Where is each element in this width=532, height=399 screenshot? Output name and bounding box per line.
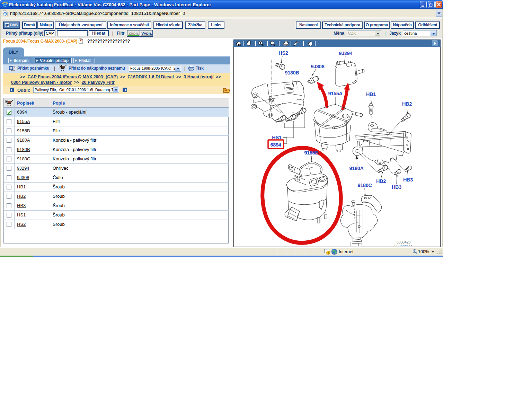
svg-text:9180B: 9180B	[285, 70, 299, 76]
svg-text:9155A: 9155A	[328, 91, 343, 96]
svg-text:9J308: 9J308	[311, 64, 325, 69]
svg-text:HB2: HB2	[376, 178, 386, 184]
svg-text:HS2: HS2	[278, 50, 288, 56]
svg-text:3030420: 3030420	[397, 240, 411, 244]
svg-text:HB3: HB3	[392, 184, 401, 190]
svg-text:9180C: 9180C	[357, 183, 372, 188]
svg-text:9180A: 9180A	[349, 166, 364, 171]
svg-text:HB2: HB2	[402, 101, 412, 107]
svg-text:9155B: 9155B	[304, 150, 318, 156]
svg-text:03-2009 11: 03-2009 11	[394, 244, 413, 246]
svg-text:9J294: 9J294	[339, 51, 353, 56]
svg-text:6894: 6894	[270, 142, 281, 148]
svg-text:HB3: HB3	[403, 177, 413, 183]
svg-text:HB1: HB1	[366, 91, 376, 97]
